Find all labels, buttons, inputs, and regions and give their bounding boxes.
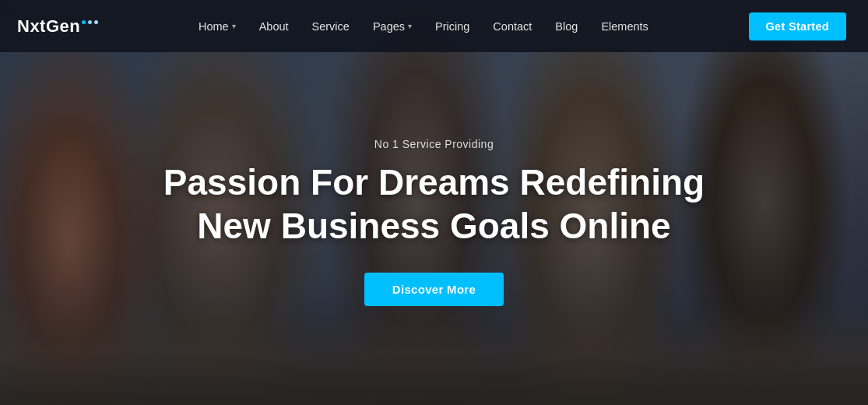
- hero-content: No 1 Service Providing Passion For Dream…: [0, 0, 868, 405]
- logo-dot-2: [88, 20, 92, 24]
- nav-label-blog: Blog: [555, 20, 578, 33]
- hero-title-line1: Passion For Dreams Redefining: [163, 162, 705, 202]
- nav-label-elements: Elements: [601, 20, 648, 33]
- nav-label-service: Service: [312, 20, 350, 33]
- nav-link-about[interactable]: About: [250, 14, 298, 39]
- logo-dot-3: [94, 20, 98, 24]
- nav-item-service[interactable]: Service: [303, 14, 359, 39]
- nav-label-about: About: [259, 20, 289, 33]
- logo[interactable]: Nxt Gen: [17, 16, 98, 37]
- nav-menu: Home ▾ About Service Pages ▾: [189, 14, 658, 39]
- nav-item-pricing[interactable]: Pricing: [426, 14, 479, 39]
- nav-item-about[interactable]: About: [250, 14, 298, 39]
- logo-text-gen: Gen: [46, 16, 80, 37]
- nav-label-contact: Contact: [493, 20, 532, 33]
- hero-title-line2: New Business Goals Online: [197, 206, 670, 246]
- nav-link-pricing[interactable]: Pricing: [426, 14, 479, 39]
- nav-link-pages[interactable]: Pages ▾: [364, 14, 421, 39]
- nav-label-pricing: Pricing: [435, 20, 469, 33]
- nav-link-elements[interactable]: Elements: [592, 14, 657, 39]
- get-started-button[interactable]: Get Started: [749, 12, 846, 40]
- hero-subtitle: No 1 Service Providing: [374, 138, 494, 150]
- logo-text-nxt: Nxt: [17, 16, 46, 37]
- chevron-down-icon-pages: ▾: [408, 22, 412, 30]
- hero-title: Passion For Dreams Redefining New Busine…: [163, 161, 705, 247]
- navbar: Nxt Gen Home ▾ About S: [0, 0, 868, 52]
- discover-more-button[interactable]: Discover More: [364, 273, 504, 306]
- nav-label-home: Home: [199, 20, 229, 33]
- chevron-down-icon: ▾: [232, 22, 236, 30]
- nav-link-home[interactable]: Home ▾: [189, 14, 245, 39]
- nav-item-home[interactable]: Home ▾: [189, 14, 245, 39]
- nav-item-pages[interactable]: Pages ▾: [364, 14, 421, 39]
- nav-item-contact[interactable]: Contact: [483, 14, 541, 39]
- nav-link-service[interactable]: Service: [303, 14, 359, 39]
- nav-link-contact[interactable]: Contact: [483, 14, 541, 39]
- logo-dots: [82, 20, 98, 24]
- nav-link-blog[interactable]: Blog: [546, 14, 587, 39]
- nav-label-pages: Pages: [373, 20, 405, 33]
- hero-section: Nxt Gen Home ▾ About S: [0, 0, 868, 405]
- nav-item-blog[interactable]: Blog: [546, 14, 587, 39]
- nav-item-elements[interactable]: Elements: [592, 14, 657, 39]
- logo-dot-1: [82, 20, 86, 24]
